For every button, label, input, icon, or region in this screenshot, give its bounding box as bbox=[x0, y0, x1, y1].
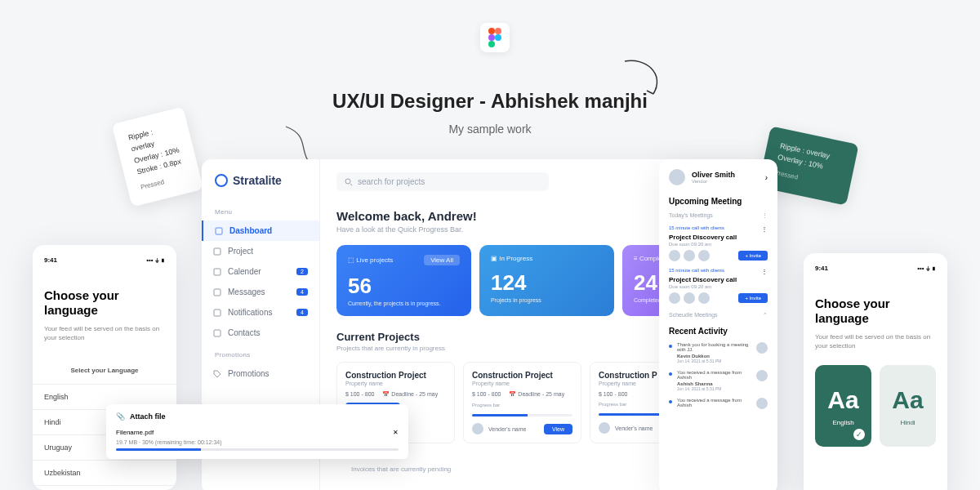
sidebar-item-calender[interactable]: Calender2 bbox=[202, 261, 319, 282]
section-sub: Projects that are currently in progress bbox=[336, 345, 445, 352]
brand-logo-icon bbox=[215, 174, 228, 187]
subheading: Your feed will be served on the basis on… bbox=[815, 332, 936, 350]
progress-bar bbox=[116, 448, 399, 451]
grid-icon bbox=[215, 227, 223, 235]
phone-icon bbox=[213, 329, 221, 337]
attach-file-popup: 📎Attach file Filename.pdf ✕ 19.7 MB · 30… bbox=[106, 404, 408, 459]
avatar bbox=[472, 423, 483, 434]
user-role: Vendor bbox=[692, 179, 735, 184]
section-title: Upcoming Meeting bbox=[669, 197, 768, 206]
avatar bbox=[684, 250, 695, 261]
filename: Filename.pdf bbox=[116, 429, 154, 436]
avatar bbox=[684, 292, 695, 304]
calendar-icon bbox=[213, 268, 221, 276]
invite-button[interactable]: + Invite bbox=[738, 251, 768, 261]
avatar bbox=[698, 292, 710, 304]
invite-button[interactable]: + Invite bbox=[738, 293, 768, 303]
folder-icon bbox=[213, 247, 221, 256]
sidebar-item-project[interactable]: Project bbox=[202, 241, 319, 261]
stat-value: 56 bbox=[348, 274, 460, 299]
invoice-sub: Invoices that are currently pending bbox=[351, 466, 451, 473]
chat-icon bbox=[213, 288, 221, 296]
tag-icon bbox=[213, 370, 221, 378]
svg-point-0 bbox=[488, 28, 495, 34]
clock: 9:41 bbox=[44, 256, 57, 264]
search-input[interactable]: search for projects bbox=[336, 172, 549, 191]
more-icon[interactable]: ⋮ bbox=[762, 212, 768, 219]
more-icon[interactable]: ⋮ bbox=[761, 268, 768, 275]
svg-point-3 bbox=[495, 34, 501, 41]
stat-value: 124 bbox=[491, 270, 603, 296]
svg-point-2 bbox=[488, 34, 495, 41]
brand: Stratalite bbox=[202, 174, 319, 200]
activity-item: You received a message from AshishAshish… bbox=[669, 370, 768, 391]
bell-icon bbox=[213, 309, 221, 317]
sidebar-item-notifications[interactable]: Notifications4 bbox=[202, 302, 319, 323]
statusbar: 9:41 ••• ⏚ ▮ bbox=[44, 256, 165, 264]
project-card[interactable]: Construction ProjectProperty name$ 100 -… bbox=[463, 362, 581, 443]
status-icons: ••• ⏚ ▮ bbox=[917, 265, 936, 272]
menu-label: Promotions bbox=[202, 343, 319, 363]
popup-title: Attach file bbox=[130, 412, 166, 421]
svg-rect-6 bbox=[214, 248, 220, 255]
stat-card[interactable]: ⬚ Live projectsView All56Currently, the … bbox=[336, 245, 471, 316]
svg-rect-5 bbox=[216, 228, 222, 234]
chevron-up-icon[interactable]: ⌃ bbox=[763, 312, 768, 318]
svg-rect-8 bbox=[214, 289, 220, 296]
search-icon bbox=[345, 178, 353, 186]
check-icon: ✓ bbox=[853, 429, 865, 440]
badge: 4 bbox=[296, 309, 308, 316]
label: Today's Meetings bbox=[669, 212, 713, 219]
activity-item: You received a message from Ashish bbox=[669, 398, 768, 409]
section-title: Recent Activity bbox=[669, 327, 768, 336]
badge: 4 bbox=[296, 288, 308, 296]
language-tile[interactable]: AaEnglish✓ bbox=[815, 365, 871, 447]
stat-card[interactable]: ▣ In Progress124Projects in progress bbox=[479, 245, 614, 316]
language-tile[interactable]: AaHindi bbox=[880, 365, 936, 447]
menu-label: Menu bbox=[202, 200, 319, 220]
user-name: Oliver Smith bbox=[692, 171, 735, 179]
mobile-screen-languages-tiles: 9:41 ••• ⏚ ▮ Choose your language Your f… bbox=[804, 253, 947, 490]
sidebar-item-label: Promotions bbox=[228, 369, 270, 378]
avatar bbox=[669, 169, 685, 185]
status-icons: ••• ⏚ ▮ bbox=[146, 256, 165, 264]
more-icon[interactable]: ⋮ bbox=[761, 225, 768, 233]
right-panel: Oliver Smith Vendor › Upcoming Meeting T… bbox=[659, 159, 777, 490]
view-button[interactable]: View bbox=[544, 424, 572, 434]
clock: 9:41 bbox=[815, 265, 828, 272]
svg-rect-9 bbox=[214, 310, 220, 316]
avatar bbox=[698, 250, 710, 261]
sidebar-item-messages[interactable]: Messages4 bbox=[202, 282, 319, 302]
language-option[interactable]: Uzbekistan bbox=[33, 461, 176, 486]
heading: Choose your language bbox=[44, 288, 165, 318]
paperclip-icon: 📎 bbox=[116, 412, 125, 421]
view-all-button[interactable]: View All bbox=[424, 255, 460, 265]
sidebar-item-contacts[interactable]: Contacts bbox=[202, 323, 319, 343]
sidebar-item-dashboard[interactable]: Dashboard bbox=[202, 220, 319, 241]
brand-name: Stratalite bbox=[233, 174, 282, 187]
statusbar: 9:41 ••• ⏚ ▮ bbox=[815, 265, 936, 272]
avatar bbox=[756, 398, 768, 409]
activity-item: Thank you for booking a meeting with JJ.… bbox=[669, 342, 768, 363]
avatar bbox=[599, 422, 610, 434]
select-language-label: Select your Language bbox=[44, 367, 165, 374]
svg-rect-7 bbox=[214, 269, 220, 275]
label[interactable]: Scheudle Meetings bbox=[669, 312, 718, 318]
svg-point-11 bbox=[345, 179, 350, 184]
heading: Choose your language bbox=[815, 296, 936, 326]
section-title: Current Projects bbox=[336, 331, 445, 343]
avatar bbox=[756, 342, 768, 354]
upload-progress-text: 19.7 MB · 30% (remaining time: 00:12:34) bbox=[116, 439, 399, 445]
search-placeholder: search for projects bbox=[358, 177, 425, 186]
close-icon[interactable]: ✕ bbox=[393, 429, 399, 436]
badge: 2 bbox=[296, 268, 308, 275]
svg-point-1 bbox=[495, 28, 501, 34]
meeting-item: 15 minute call with clients⋮Project Disc… bbox=[669, 268, 768, 304]
subheading: Your feed will be served on the basis on… bbox=[44, 324, 165, 342]
meeting-item: 15 minute call with clients⋮Project Disc… bbox=[669, 225, 768, 261]
sidebar-item-promotions[interactable]: Promotions bbox=[202, 363, 319, 384]
svg-rect-10 bbox=[214, 330, 220, 336]
user-card[interactable]: Oliver Smith Vendor › bbox=[669, 169, 768, 185]
chevron-right-icon[interactable]: › bbox=[765, 173, 768, 182]
page-title: UX/UI Designer - Abhishek manjhi bbox=[0, 90, 980, 113]
